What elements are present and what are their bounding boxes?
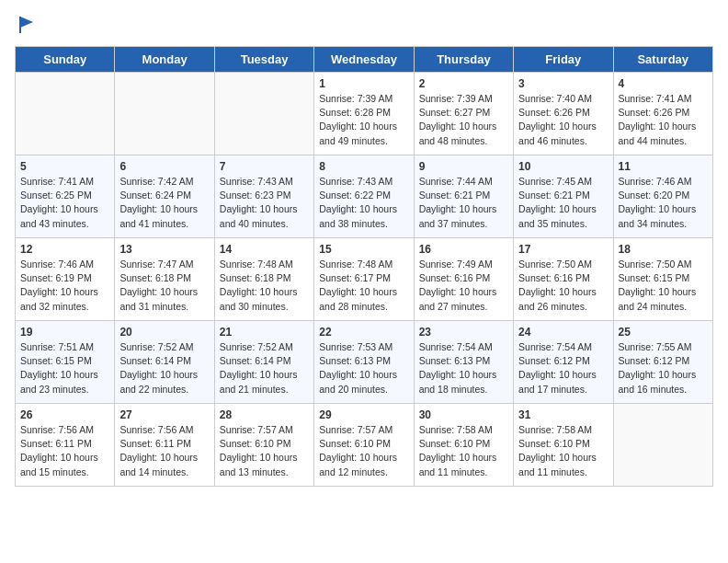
day-number: 20 xyxy=(119,326,209,339)
day-info: Sunrise: 7:54 AM Sunset: 6:13 PM Dayligh… xyxy=(419,340,508,396)
day-info: Sunrise: 7:51 AM Sunset: 6:15 PM Dayligh… xyxy=(20,340,109,396)
day-number: 12 xyxy=(20,243,109,256)
day-info: Sunrise: 7:40 AM Sunset: 6:26 PM Dayligh… xyxy=(518,92,608,148)
calendar-cell: 15Sunrise: 7:48 AM Sunset: 6:17 PM Dayli… xyxy=(314,238,414,321)
day-number: 1 xyxy=(319,77,408,90)
dow-header-thursday: Thursday xyxy=(414,47,513,73)
day-number: 26 xyxy=(20,408,109,421)
calendar-cell: 14Sunrise: 7:48 AM Sunset: 6:18 PM Dayli… xyxy=(214,238,313,321)
day-number: 21 xyxy=(220,326,309,339)
calendar-cell: 1Sunrise: 7:39 AM Sunset: 6:28 PM Daylig… xyxy=(314,73,414,155)
day-info: Sunrise: 7:55 AM Sunset: 6:12 PM Dayligh… xyxy=(619,340,708,396)
day-info: Sunrise: 7:47 AM Sunset: 6:18 PM Dayligh… xyxy=(119,258,209,314)
day-info: Sunrise: 7:58 AM Sunset: 6:10 PM Dayligh… xyxy=(518,423,608,479)
day-number: 4 xyxy=(619,77,708,90)
calendar-week-4: 19Sunrise: 7:51 AM Sunset: 6:15 PM Dayli… xyxy=(16,321,713,404)
day-number: 29 xyxy=(319,408,408,421)
logo xyxy=(15,15,37,35)
day-number: 25 xyxy=(619,326,708,339)
day-number: 31 xyxy=(518,408,608,421)
day-info: Sunrise: 7:56 AM Sunset: 6:11 PM Dayligh… xyxy=(119,423,209,479)
calendar-table: SundayMondayTuesdayWednesdayThursdayFrid… xyxy=(15,46,713,487)
calendar-cell: 24Sunrise: 7:54 AM Sunset: 6:12 PM Dayli… xyxy=(514,321,613,404)
calendar-week-3: 12Sunrise: 7:46 AM Sunset: 6:19 PM Dayli… xyxy=(16,238,713,321)
calendar-cell: 21Sunrise: 7:52 AM Sunset: 6:14 PM Dayli… xyxy=(214,321,313,404)
calendar-cell xyxy=(214,73,313,155)
day-number: 6 xyxy=(119,160,209,173)
day-info: Sunrise: 7:46 AM Sunset: 6:19 PM Dayligh… xyxy=(20,258,109,314)
day-info: Sunrise: 7:52 AM Sunset: 6:14 PM Dayligh… xyxy=(119,340,209,396)
calendar-cell: 26Sunrise: 7:56 AM Sunset: 6:11 PM Dayli… xyxy=(16,404,115,487)
day-number: 15 xyxy=(319,243,408,256)
day-number: 7 xyxy=(220,160,309,173)
day-info: Sunrise: 7:50 AM Sunset: 6:15 PM Dayligh… xyxy=(619,258,708,314)
day-info: Sunrise: 7:56 AM Sunset: 6:11 PM Dayligh… xyxy=(20,423,109,479)
calendar-cell: 12Sunrise: 7:46 AM Sunset: 6:19 PM Dayli… xyxy=(16,238,115,321)
calendar-cell: 30Sunrise: 7:58 AM Sunset: 6:10 PM Dayli… xyxy=(414,404,513,487)
day-info: Sunrise: 7:43 AM Sunset: 6:22 PM Dayligh… xyxy=(319,175,408,231)
day-info: Sunrise: 7:46 AM Sunset: 6:20 PM Dayligh… xyxy=(619,175,708,231)
calendar-cell: 10Sunrise: 7:45 AM Sunset: 6:21 PM Dayli… xyxy=(514,155,613,238)
calendar-cell: 19Sunrise: 7:51 AM Sunset: 6:15 PM Dayli… xyxy=(16,321,115,404)
day-info: Sunrise: 7:39 AM Sunset: 6:28 PM Dayligh… xyxy=(319,92,408,148)
day-number: 5 xyxy=(20,160,109,173)
calendar-week-5: 26Sunrise: 7:56 AM Sunset: 6:11 PM Dayli… xyxy=(16,404,713,487)
day-number: 22 xyxy=(319,326,408,339)
calendar-cell: 11Sunrise: 7:46 AM Sunset: 6:20 PM Dayli… xyxy=(613,155,712,238)
day-info: Sunrise: 7:54 AM Sunset: 6:12 PM Dayligh… xyxy=(518,340,608,396)
day-number: 11 xyxy=(619,160,708,173)
calendar-cell xyxy=(115,73,214,155)
day-number: 2 xyxy=(419,77,508,90)
day-info: Sunrise: 7:41 AM Sunset: 6:26 PM Dayligh… xyxy=(619,92,708,148)
svg-marker-0 xyxy=(20,17,33,28)
day-info: Sunrise: 7:52 AM Sunset: 6:14 PM Dayligh… xyxy=(220,340,309,396)
day-info: Sunrise: 7:53 AM Sunset: 6:13 PM Dayligh… xyxy=(319,340,408,396)
calendar-week-1: 1Sunrise: 7:39 AM Sunset: 6:28 PM Daylig… xyxy=(16,73,713,155)
day-info: Sunrise: 7:41 AM Sunset: 6:25 PM Dayligh… xyxy=(20,175,109,231)
calendar-cell xyxy=(16,73,115,155)
calendar-cell: 16Sunrise: 7:49 AM Sunset: 6:16 PM Dayli… xyxy=(414,238,513,321)
calendar-cell: 29Sunrise: 7:57 AM Sunset: 6:10 PM Dayli… xyxy=(314,404,414,487)
day-number: 19 xyxy=(20,326,109,339)
calendar-cell: 23Sunrise: 7:54 AM Sunset: 6:13 PM Dayli… xyxy=(414,321,513,404)
calendar-cell xyxy=(613,404,712,487)
day-info: Sunrise: 7:43 AM Sunset: 6:23 PM Dayligh… xyxy=(220,175,309,231)
calendar-cell: 2Sunrise: 7:39 AM Sunset: 6:27 PM Daylig… xyxy=(414,73,513,155)
calendar-cell: 6Sunrise: 7:42 AM Sunset: 6:24 PM Daylig… xyxy=(115,155,214,238)
calendar-cell: 5Sunrise: 7:41 AM Sunset: 6:25 PM Daylig… xyxy=(16,155,115,238)
day-info: Sunrise: 7:45 AM Sunset: 6:21 PM Dayligh… xyxy=(518,175,608,231)
calendar-cell: 20Sunrise: 7:52 AM Sunset: 6:14 PM Dayli… xyxy=(115,321,214,404)
day-number: 30 xyxy=(419,408,508,421)
calendar-cell: 8Sunrise: 7:43 AM Sunset: 6:22 PM Daylig… xyxy=(314,155,414,238)
day-number: 18 xyxy=(619,243,708,256)
day-number: 28 xyxy=(220,408,309,421)
day-info: Sunrise: 7:57 AM Sunset: 6:10 PM Dayligh… xyxy=(319,423,408,479)
day-info: Sunrise: 7:39 AM Sunset: 6:27 PM Dayligh… xyxy=(419,92,508,148)
svg-rect-1 xyxy=(19,17,21,33)
logo-flag-icon xyxy=(17,15,37,35)
day-info: Sunrise: 7:57 AM Sunset: 6:10 PM Dayligh… xyxy=(220,423,309,479)
calendar-cell: 27Sunrise: 7:56 AM Sunset: 6:11 PM Dayli… xyxy=(115,404,214,487)
calendar-week-2: 5Sunrise: 7:41 AM Sunset: 6:25 PM Daylig… xyxy=(16,155,713,238)
calendar-cell: 31Sunrise: 7:58 AM Sunset: 6:10 PM Dayli… xyxy=(514,404,613,487)
dow-header-tuesday: Tuesday xyxy=(214,47,313,73)
dow-header-wednesday: Wednesday xyxy=(314,47,414,73)
dow-header-sunday: Sunday xyxy=(16,47,115,73)
day-info: Sunrise: 7:50 AM Sunset: 6:16 PM Dayligh… xyxy=(518,258,608,314)
day-info: Sunrise: 7:42 AM Sunset: 6:24 PM Dayligh… xyxy=(119,175,209,231)
day-number: 3 xyxy=(518,77,608,90)
page-header xyxy=(15,15,713,35)
day-number: 10 xyxy=(518,160,608,173)
calendar-cell: 22Sunrise: 7:53 AM Sunset: 6:13 PM Dayli… xyxy=(314,321,414,404)
day-info: Sunrise: 7:48 AM Sunset: 6:18 PM Dayligh… xyxy=(220,258,309,314)
day-number: 27 xyxy=(119,408,209,421)
dow-header-friday: Friday xyxy=(514,47,613,73)
calendar-cell: 18Sunrise: 7:50 AM Sunset: 6:15 PM Dayli… xyxy=(613,238,712,321)
calendar-cell: 25Sunrise: 7:55 AM Sunset: 6:12 PM Dayli… xyxy=(613,321,712,404)
dow-header-saturday: Saturday xyxy=(613,47,712,73)
day-info: Sunrise: 7:58 AM Sunset: 6:10 PM Dayligh… xyxy=(419,423,508,479)
day-number: 17 xyxy=(518,243,608,256)
day-info: Sunrise: 7:49 AM Sunset: 6:16 PM Dayligh… xyxy=(419,258,508,314)
day-number: 13 xyxy=(119,243,209,256)
calendar-cell: 4Sunrise: 7:41 AM Sunset: 6:26 PM Daylig… xyxy=(613,73,712,155)
